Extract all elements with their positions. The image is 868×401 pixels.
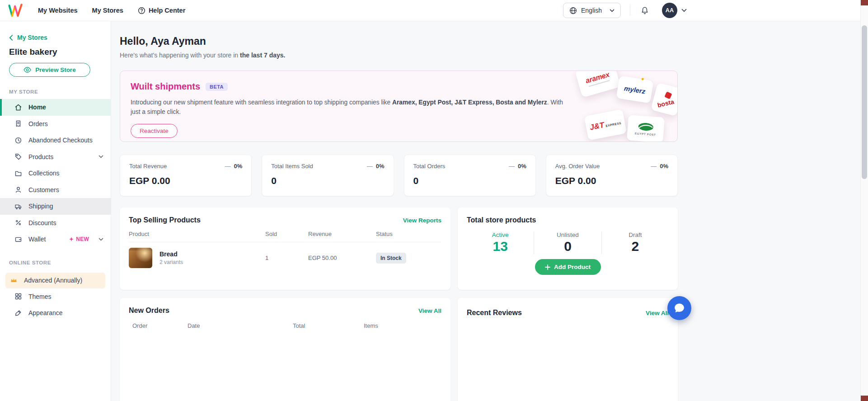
stat-delta: 0% bbox=[376, 163, 385, 170]
view-all-orders-link[interactable]: View All bbox=[418, 307, 441, 314]
sidebar-item-label: Collections bbox=[28, 170, 59, 177]
wallet-icon bbox=[14, 236, 23, 243]
language-label: English bbox=[581, 7, 602, 14]
chevron-down-icon bbox=[99, 238, 103, 241]
language-selector[interactable]: English bbox=[563, 3, 621, 18]
sidebar: My Stores Elite bakery Preview Store MY … bbox=[0, 21, 111, 401]
crown-icon bbox=[10, 277, 18, 284]
sparkle-icon bbox=[69, 237, 74, 241]
bottom-row: New Orders View All Order Date Total Ite… bbox=[120, 298, 678, 401]
top-selling-products-card: Top Selling Products View Reports Produc… bbox=[120, 208, 450, 290]
col-order: Order bbox=[132, 322, 188, 329]
trend-dash: — bbox=[509, 163, 515, 170]
sidebar-item-appearance[interactable]: Appearance bbox=[0, 305, 111, 321]
col-items: Items bbox=[364, 322, 441, 329]
sidebar-item-collections[interactable]: Collections bbox=[0, 165, 111, 182]
back-to-my-stores[interactable]: My Stores bbox=[0, 34, 111, 41]
egypt-post-logo: EGYPT POST bbox=[627, 115, 665, 142]
nav-help-center-label: Help Center bbox=[149, 7, 185, 14]
stat-trend: —0% bbox=[367, 163, 385, 170]
stat-total-items-sold: Total Items Sold—0% 0 bbox=[262, 155, 394, 196]
card-title: Top Selling Products bbox=[129, 216, 201, 224]
col-date: Date bbox=[188, 322, 293, 329]
account-chevron-down-icon[interactable] bbox=[681, 9, 687, 12]
sidebar-item-customers[interactable]: Customers bbox=[0, 182, 111, 198]
subtitle-text: Here's what's happening with your store … bbox=[120, 52, 240, 59]
product-counters: Active 13 Unlisted 0 Draft 2 bbox=[467, 231, 669, 254]
sidebar-item-orders[interactable]: Orders bbox=[0, 116, 111, 132]
wuilt-logo[interactable] bbox=[6, 1, 26, 19]
stat-value: EGP 0.00 bbox=[555, 175, 668, 186]
view-all-reviews-link[interactable]: View All bbox=[646, 310, 669, 316]
dashboard-content: Hello, Aya Ayman Here's what's happening… bbox=[120, 35, 678, 401]
percent-icon bbox=[14, 219, 23, 226]
scroll-down-arrow[interactable] bbox=[861, 396, 868, 401]
jt-label: J&T bbox=[589, 121, 605, 132]
bell-icon bbox=[641, 6, 649, 15]
sidebar-item-discounts[interactable]: Discounts bbox=[0, 215, 111, 231]
total-store-products-card: Total store products Active 13 Unlisted … bbox=[458, 208, 678, 290]
col-revenue: Revenue bbox=[308, 231, 376, 237]
back-label: My Stores bbox=[17, 34, 47, 41]
new-orders-card: New Orders View All Order Date Total Ite… bbox=[120, 298, 450, 401]
card-title: New Orders bbox=[129, 307, 169, 315]
bosta-cube-icon bbox=[664, 91, 672, 99]
vertical-scrollbar bbox=[860, 0, 868, 401]
stat-value: EGP 0.00 bbox=[129, 175, 242, 186]
col-sold: Sold bbox=[265, 231, 308, 237]
chat-bubble-icon bbox=[673, 302, 685, 314]
jt-row: J&T EXPRESS bbox=[589, 117, 622, 132]
sidebar-item-themes[interactable]: Themes bbox=[0, 288, 111, 305]
orders-table-header: Order Date Total Items bbox=[129, 322, 441, 334]
stat-label: Avg. Order Value bbox=[555, 163, 600, 170]
avatar[interactable]: AA bbox=[662, 3, 677, 18]
product-thumbnail bbox=[129, 248, 152, 268]
sidebar-item-wallet[interactable]: Wallet NEW bbox=[0, 231, 111, 248]
nav-my-stores[interactable]: My Stores bbox=[92, 7, 123, 14]
sidebar-item-advanced-plan[interactable]: Advanced (Annually) bbox=[5, 273, 105, 288]
clock-icon bbox=[14, 137, 23, 144]
sidebar-item-home[interactable]: Home bbox=[0, 99, 111, 116]
nav-help-center[interactable]: Help Center bbox=[138, 7, 185, 14]
cell-sold: 1 bbox=[265, 255, 308, 261]
home-icon bbox=[14, 104, 23, 111]
preview-store-button[interactable]: Preview Store bbox=[9, 63, 90, 77]
sidebar-item-products[interactable]: Products bbox=[0, 149, 111, 165]
chevron-down-icon bbox=[610, 9, 615, 12]
product-name: Bread bbox=[160, 250, 183, 258]
sidebar-item-shipping[interactable]: Shipping bbox=[0, 198, 111, 215]
add-product-button[interactable]: Add Product bbox=[535, 259, 601, 275]
table-row[interactable]: Bread 2 variants 1 EGP 50.00 In Stock bbox=[129, 242, 441, 268]
bosta-label: bosta bbox=[657, 98, 675, 109]
banner-desc-bold: Aramex, Egypt Post, J&T Express, Bosta a… bbox=[392, 99, 547, 106]
scroll-up-arrow[interactable] bbox=[861, 0, 868, 5]
stat-delta: 0% bbox=[660, 163, 668, 170]
shipments-banner: Wuilt shipments BETA Introducing our new… bbox=[120, 71, 678, 142]
nav-my-websites[interactable]: My Websites bbox=[38, 7, 78, 14]
stat-avg-order-value: Avg. Order Value—0% EGP 0.00 bbox=[546, 155, 678, 196]
table-header: Product Sold Revenue Status bbox=[129, 231, 441, 242]
view-reports-link[interactable]: View Reports bbox=[403, 217, 441, 224]
plus-icon bbox=[545, 264, 550, 270]
notifications-button[interactable] bbox=[639, 6, 650, 15]
nav-my-websites-label: My Websites bbox=[38, 7, 78, 14]
reactivate-button[interactable]: Reactivate bbox=[131, 124, 178, 138]
subtitle-bold: the last 7 days. bbox=[240, 52, 285, 59]
scrollbar-thumb[interactable] bbox=[862, 25, 867, 179]
card-title: Total store products bbox=[467, 216, 536, 224]
stat-trend: —0% bbox=[225, 163, 242, 170]
product-variants: 2 variants bbox=[160, 259, 183, 265]
sidebar-item-abandoned-checkouts[interactable]: Abandoned Checkouts bbox=[0, 132, 111, 149]
col-total: Total bbox=[293, 322, 364, 329]
chevron-left-icon bbox=[9, 35, 13, 41]
chat-widget-button[interactable] bbox=[667, 296, 691, 320]
trend-dash: — bbox=[651, 163, 657, 170]
banner-title-row: Wuilt shipments BETA bbox=[131, 81, 677, 92]
person-icon bbox=[14, 186, 23, 193]
jt-sub-label: EXPRESS bbox=[605, 121, 622, 127]
counter-label: Active bbox=[467, 231, 534, 238]
primary-nav: My Websites My Stores Help Center bbox=[38, 7, 185, 14]
sidebar-item-label: Shipping bbox=[28, 203, 53, 210]
status-badge: In Stock bbox=[376, 253, 406, 264]
sidebar-item-label: Themes bbox=[28, 293, 52, 300]
